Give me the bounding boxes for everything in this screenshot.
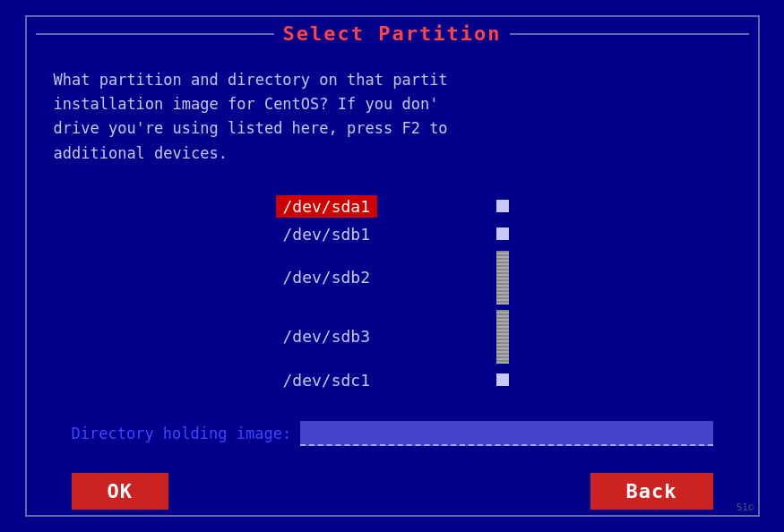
desc-line1: What partition and directory on that par… [54, 68, 731, 92]
dialog: Select Partition What partition and dire… [25, 15, 760, 517]
directory-label: Directory holding image: [72, 425, 292, 442]
partition-label-1: /dev/sdb1 [276, 223, 378, 245]
partition-label-2: /dev/sdb2 [276, 266, 378, 288]
button-row: OK Back [54, 464, 731, 510]
partition-row[interactable]: /dev/sdb1 [276, 223, 509, 245]
back-button[interactable]: Back [590, 473, 713, 510]
partition-row[interactable]: /dev/sdb3 [276, 310, 509, 364]
content-area: What partition and directory on that par… [27, 59, 758, 519]
title-bar: Select Partition [27, 17, 758, 50]
directory-row: Directory holding image: [54, 421, 731, 446]
title-line-left [36, 33, 274, 35]
scroll-indicator-0 [496, 200, 509, 212]
ok-button[interactable]: OK [72, 473, 169, 510]
partition-row[interactable]: /dev/sdc1 [276, 369, 509, 391]
scroll-indicator-2 [496, 251, 509, 305]
partition-label-4: /dev/sdc1 [276, 369, 378, 391]
corner-text: 51© [737, 502, 754, 513]
screen: Select Partition What partition and dire… [0, 0, 784, 532]
partition-list: /dev/sda1/dev/sdb1/dev/sdb2/dev/sdb3/dev… [54, 193, 731, 394]
scroll-indicator-1 [496, 227, 509, 240]
dialog-title: Select Partition [283, 22, 502, 45]
partition-label-3: /dev/sdb3 [276, 325, 378, 348]
ok-button-wrapper: OK [72, 473, 169, 510]
partition-row[interactable]: /dev/sda1 [276, 195, 509, 218]
back-button-wrapper: Back [590, 473, 713, 510]
partition-label-0: /dev/sda1 [276, 195, 378, 218]
desc-line4: additional devices. [54, 142, 731, 166]
partition-row[interactable]: /dev/sdb2 [276, 251, 509, 305]
scroll-indicator-3 [496, 310, 509, 364]
desc-line3: drive you're using listed here, press F2… [54, 116, 731, 141]
scroll-indicator-4 [496, 373, 509, 386]
desc-line2: installation image for CentOS? If you do… [54, 92, 731, 116]
title-line-right [510, 33, 748, 35]
directory-input[interactable] [300, 421, 712, 446]
description-text: What partition and directory on that par… [54, 68, 731, 166]
